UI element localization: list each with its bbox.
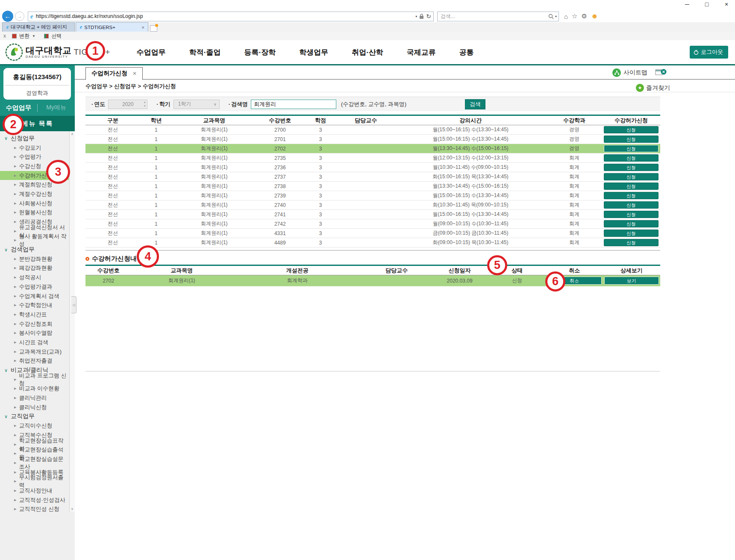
settings-gear-icon[interactable]: ⚙: [582, 12, 587, 20]
menu-item[interactable]: ▶분반강좌현황: [0, 254, 69, 264]
header-nav-item[interactable]: 공통: [459, 47, 474, 57]
favorites-button[interactable]: ★ 즐겨찾기: [636, 81, 670, 94]
search-dropdown-icon[interactable]: ▾: [555, 15, 557, 18]
course-row[interactable]: 전선1회계원리(1)27373화(15:00~16:15) 목(13:30~14…: [85, 172, 660, 182]
header-nav-item[interactable]: 학생업무: [299, 47, 328, 57]
menu-item[interactable]: ▶비교과 이수현황: [0, 384, 69, 394]
apply-button[interactable]: 신청: [604, 230, 659, 237]
spinner-arrows-icon[interactable]: ▲▼: [143, 100, 146, 108]
select-button[interactable]: 선택: [51, 32, 62, 40]
semester-select[interactable]: 1학기 ∨: [173, 100, 220, 109]
header-nav-item[interactable]: 취업·산학: [352, 47, 383, 57]
scroll-down-icon[interactable]: ∨: [70, 507, 75, 511]
new-tab-button[interactable]: [150, 25, 157, 32]
header-nav-item[interactable]: 학적·졸업: [189, 47, 221, 57]
history-row[interactable]: 2702회계원리(1)회계학과2020.03.09신청취소보기: [85, 275, 660, 286]
address-dropdown-icon[interactable]: ▾: [415, 15, 417, 18]
sitemap-button[interactable]: 사이트맵: [612, 68, 647, 77]
course-row[interactable]: 전선1회계원리(1)27023월(13:30~14:45) 수(15:00~16…: [85, 144, 660, 153]
menu-item[interactable]: ▶수강학점안내: [0, 301, 69, 310]
sidebar-scrollbar[interactable]: ∧ ∨: [69, 131, 75, 512]
tab-close-icon[interactable]: ×: [137, 25, 144, 30]
sidebar-tab-lecture[interactable]: 수업업무: [0, 104, 38, 112]
browser-tab[interactable]: eSTDTIGERS+×: [76, 22, 148, 32]
page-tab[interactable]: 수업허가신청 ✕: [85, 67, 143, 80]
menu-item[interactable]: ▶수업평가결과: [0, 282, 69, 292]
apply-button[interactable]: 신청: [604, 126, 659, 133]
menu-item[interactable]: ▶취업전자출결: [0, 357, 69, 366]
view-button[interactable]: 보기: [604, 277, 659, 285]
page-tab-close-icon[interactable]: ✕: [132, 71, 137, 77]
apply-button[interactable]: 신청: [604, 183, 659, 190]
menu-item[interactable]: ▶봉사이수열람: [0, 328, 69, 338]
sidebar-collapse-handle[interactable]: ◁: [71, 296, 76, 313]
toolbar-close-button[interactable]: x: [3, 33, 6, 39]
menu-item[interactable]: ▶봉사 활동계획서 작성: [0, 236, 69, 245]
menu-item[interactable]: ▶클리닉관리: [0, 393, 69, 403]
convert-dropdown-icon[interactable]: ▼: [32, 34, 35, 38]
course-row[interactable]: 전선1회계원리(1)27013월(15:00~16:15) 수(13:30~14…: [85, 135, 660, 144]
feedback-smiley-icon[interactable]: ☻: [591, 12, 598, 20]
header-nav-item[interactable]: 등록·장학: [244, 47, 276, 57]
menu-item[interactable]: ▶학생시간표: [0, 310, 69, 319]
menu-item[interactable]: ▶교직적인성 신청: [0, 505, 69, 512]
course-row[interactable]: 전선1회계원리(1)27003월(15:00~16:15) 수(13:30~14…: [85, 125, 660, 135]
forward-button[interactable]: →: [15, 12, 24, 21]
sidebar-tab-mymenu[interactable]: My메뉴: [38, 104, 75, 112]
course-row[interactable]: 전선1회계원리(1)27413월(15:00~16:15) 수(13:30~14…: [85, 210, 660, 219]
search-icon[interactable]: [548, 14, 554, 19]
menu-group[interactable]: ∨신청업무: [0, 134, 75, 143]
apply-button[interactable]: 신청: [604, 136, 659, 143]
course-row[interactable]: 전선1회계원리(1)44893화(09:00~10:15) 목(10:30~11…: [85, 238, 660, 248]
browser-tab[interactable]: e대구대학교 + 메인 페이지: [2, 22, 75, 32]
apply-button[interactable]: 신청: [604, 164, 659, 171]
address-bar[interactable]: e https://tigersstd.daegu.ac.kr/nxrun/ss…: [28, 12, 434, 21]
menu-item[interactable]: ▶사회봉사신청: [0, 199, 69, 208]
menu-item[interactable]: ▶시간표 검색: [0, 338, 69, 347]
menu-item[interactable]: ▶학교현장실습설문조사: [0, 458, 69, 468]
logout-button[interactable]: 로그아웃: [690, 46, 728, 59]
year-spinner[interactable]: 2020 ▲▼: [108, 100, 147, 109]
window-maximize-icon[interactable]: □: [703, 1, 711, 8]
menu-group[interactable]: ∨교직업무: [0, 412, 75, 421]
convert-button[interactable]: 변환: [19, 32, 29, 40]
search-button[interactable]: 검색: [465, 99, 485, 109]
favorites-star-icon[interactable]: ☆: [572, 12, 577, 20]
apply-button[interactable]: 신청: [604, 220, 659, 227]
apply-button[interactable]: 신청: [604, 211, 659, 218]
window-minimize-icon[interactable]: ─: [683, 1, 691, 8]
menu-item[interactable]: ▶폐강강좌현황: [0, 264, 69, 273]
course-row[interactable]: 전선1회계원리(1)43313금(09:00~10:15) 금(10:30~11…: [85, 229, 660, 238]
menu-item[interactable]: ▶무시험검정원서출력: [0, 477, 69, 486]
menu-item[interactable]: ▶헌혈봉사신청: [0, 208, 69, 218]
browser-search-box[interactable]: 검색... ▾: [437, 12, 559, 21]
menu-item[interactable]: ▶수강포기: [0, 143, 69, 153]
menu-item[interactable]: ▶비교과 프로그램 신청: [0, 375, 69, 384]
menu-item[interactable]: ▶수강신청조회: [0, 319, 69, 329]
apply-button[interactable]: 신청: [604, 145, 659, 152]
apply-button[interactable]: 신청: [604, 239, 659, 246]
home-icon[interactable]: ⌂: [564, 13, 568, 20]
back-button[interactable]: ←: [2, 11, 13, 22]
menu-item[interactable]: ▶클리닉신청: [0, 403, 69, 412]
course-row[interactable]: 전선1회계원리(1)27393월(15:00~16:15) 수(13:30~14…: [85, 191, 660, 200]
course-row[interactable]: 전선1회계원리(1)27353월(12:00~13:15) 수(12:00~13…: [85, 153, 660, 163]
course-row[interactable]: 전선1회계원리(1)27403화(10:30~11:45) 목(09:00~10…: [85, 200, 660, 210]
course-row[interactable]: 전선1회계원리(1)27423월(09:00~10:15) 수(10:30~11…: [85, 219, 660, 229]
menu-item[interactable]: ▶계절수강신청: [0, 189, 69, 199]
apply-button[interactable]: 신청: [604, 192, 659, 199]
apply-button[interactable]: 신청: [604, 201, 659, 209]
header-nav-item[interactable]: 수업업무: [137, 47, 166, 57]
menu-item[interactable]: ▶교직적성·인성검사: [0, 495, 69, 505]
apply-button[interactable]: 신청: [604, 154, 659, 162]
close-all-tabs-button[interactable]: [655, 68, 666, 77]
course-row[interactable]: 전선1회계원리(1)27383월(13:30~14:45) 수(15:00~16…: [85, 182, 660, 191]
menu-item[interactable]: ▶수업계획서 검색: [0, 292, 69, 301]
course-row[interactable]: 전선1회계원리(1)27363월(10:30~11:45) 수(09:00~10…: [85, 163, 660, 172]
menu-item[interactable]: ▶교과목개요(교과): [0, 347, 69, 357]
apply-button[interactable]: 신청: [604, 173, 659, 180]
menu-item[interactable]: ▶성적공시: [0, 273, 69, 282]
header-nav-item[interactable]: 국제교류: [407, 47, 436, 57]
refresh-icon[interactable]: ↻: [426, 13, 431, 20]
menu-item[interactable]: ▶교직이수신청: [0, 421, 69, 430]
